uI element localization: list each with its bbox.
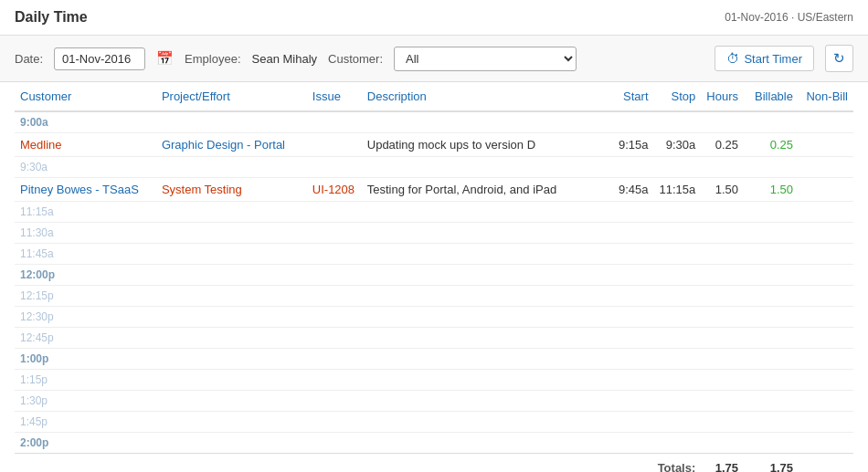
toolbar: Date: 📅 Employee: Sean Mihaly Customer: …	[0, 36, 868, 82]
col-hours: Hours	[701, 82, 744, 111]
time-slot-row: 12:30p	[15, 307, 853, 328]
time-slot-label: 2:00p	[15, 433, 853, 454]
col-billable: Billable	[744, 82, 799, 111]
entry-nonbill	[799, 178, 853, 202]
entry-hours: 1.50	[701, 178, 744, 202]
time-slot-row: 9:30a	[15, 157, 853, 178]
entry-issue	[307, 133, 362, 157]
entry-customer[interactable]: Pitney Bowes - TSaaS	[15, 178, 156, 202]
time-slot-label: 1:00p	[15, 349, 853, 370]
col-stop: Stop	[654, 82, 702, 111]
customer-label: Customer:	[328, 52, 383, 66]
table-row: Medline Graphic Design - Portal Updating…	[15, 133, 853, 157]
time-slot-row: 11:15a	[15, 202, 853, 223]
header-bar: Daily Time 01-Nov-2016 · US/Eastern	[0, 0, 868, 36]
calendar-icon[interactable]: 📅	[156, 50, 174, 67]
table-header-row: Customer Project/Effort Issue Descriptio…	[15, 82, 853, 111]
start-timer-label: Start Timer	[744, 52, 802, 66]
time-slot-label: 1:45p	[15, 412, 853, 433]
entry-description: Testing for Portal, Android, and iPad	[362, 178, 609, 202]
totals-hours: 1.75	[701, 454, 744, 473]
time-slot-row: 9:00a	[15, 111, 853, 133]
time-slot-label: 9:30a	[15, 157, 853, 178]
entry-nonbill	[799, 133, 853, 157]
table-row: Pitney Bowes - TSaaS System Testing UI-1…	[15, 178, 853, 202]
time-slot-label: 11:45a	[15, 244, 853, 265]
table-container: Customer Project/Effort Issue Descriptio…	[0, 82, 868, 472]
entry-customer[interactable]: Medline	[15, 133, 156, 157]
entry-stop: 11:15a	[654, 178, 702, 202]
time-slot-row: 11:30a	[15, 223, 853, 244]
col-customer: Customer	[15, 82, 156, 111]
entry-project[interactable]: Graphic Design - Portal	[156, 133, 307, 157]
time-slot-row: 1:45p	[15, 412, 853, 433]
date-input[interactable]	[54, 47, 145, 70]
header-date-info: 01-Nov-2016 · US/Eastern	[725, 11, 853, 24]
time-slot-label: 12:45p	[15, 328, 853, 349]
time-slot-label: 12:15p	[15, 286, 853, 307]
time-slot-row: 12:00p	[15, 265, 853, 286]
totals-nonbill	[799, 454, 853, 473]
col-start: Start	[609, 82, 654, 111]
time-slot-label: 11:15a	[15, 202, 853, 223]
col-description: Description	[362, 82, 609, 111]
date-label: Date:	[15, 52, 43, 66]
entry-hours: 0.25	[701, 133, 744, 157]
time-slot-row: 2:00p	[15, 433, 853, 454]
time-slot-row: 1:30p	[15, 391, 853, 412]
entry-description: Updating mock ups to version D	[362, 133, 609, 157]
start-timer-button[interactable]: ⏱ Start Timer	[715, 46, 814, 71]
time-slot-row: 1:00p	[15, 349, 853, 370]
employee-name: Sean Mihaly	[252, 52, 318, 66]
time-slot-row: 12:15p	[15, 286, 853, 307]
time-slot-label: 11:30a	[15, 223, 853, 244]
totals-billable: 1.75	[744, 454, 799, 473]
entry-start: 9:45a	[609, 178, 654, 202]
refresh-button[interactable]: ↻	[825, 45, 853, 72]
time-slot-row: 1:15p	[15, 370, 853, 391]
timer-icon: ⏱	[726, 51, 739, 66]
time-slot-label: 1:30p	[15, 391, 853, 412]
entry-start: 9:15a	[609, 133, 654, 157]
entry-billable: 0.25	[744, 133, 799, 157]
page-title: Daily Time	[15, 9, 88, 26]
col-project: Project/Effort	[156, 82, 307, 111]
entry-issue: UI-1208	[307, 178, 362, 202]
col-nonbill: Non-Bill	[799, 82, 853, 111]
time-slot-row: 11:45a	[15, 244, 853, 265]
entry-project[interactable]: System Testing	[156, 178, 307, 202]
time-slot-label: 1:15p	[15, 370, 853, 391]
totals-row: Totals: 1.75 1.75	[15, 454, 853, 473]
entry-stop: 9:30a	[654, 133, 702, 157]
employee-label: Employee:	[185, 52, 240, 66]
time-slot-label: 12:00p	[15, 265, 853, 286]
time-slot-label: 12:30p	[15, 307, 853, 328]
customer-select[interactable]: All	[394, 47, 577, 71]
time-slot-label: 9:00a	[15, 111, 853, 133]
time-slot-row: 12:45p	[15, 328, 853, 349]
entry-billable: 1.50	[744, 178, 799, 202]
totals-label: Totals:	[15, 454, 701, 473]
time-table: Customer Project/Effort Issue Descriptio…	[15, 82, 853, 472]
col-issue: Issue	[307, 82, 362, 111]
